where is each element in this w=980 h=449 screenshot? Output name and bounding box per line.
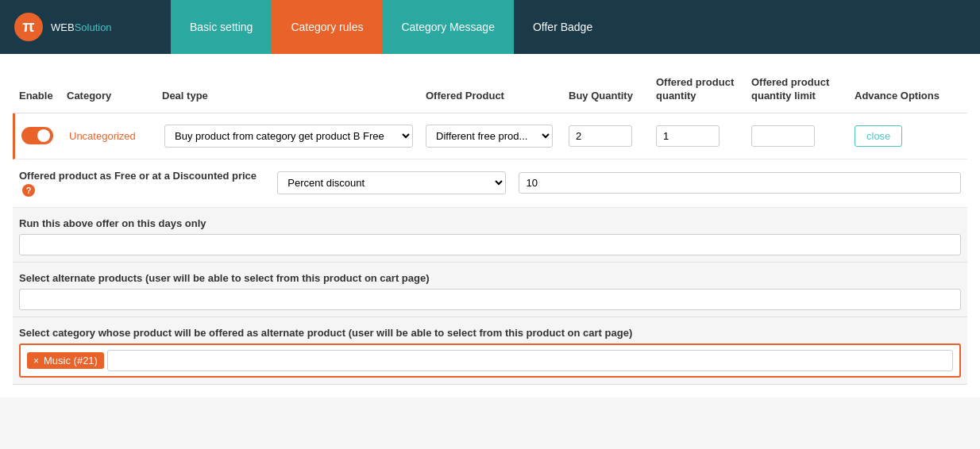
days-label: Run this above offer on this days only xyxy=(19,217,961,229)
tag-label: Music (#21) xyxy=(44,355,98,366)
td-deal-type: Buy product from category get product B … xyxy=(158,121,419,151)
deal-type-select[interactable]: Buy product from category get product B … xyxy=(164,125,413,148)
th-enable: Enable xyxy=(13,86,60,106)
nav-category-message[interactable]: Category Message xyxy=(382,0,514,54)
td-offered-qty xyxy=(650,122,745,150)
logo: π WEBSolution xyxy=(0,0,171,54)
main-content: Enable Category Deal type Offered Produc… xyxy=(0,54,980,397)
close-button[interactable]: close xyxy=(855,125,902,147)
nav-offer-badge[interactable]: Offer Badge xyxy=(514,0,612,54)
td-enable xyxy=(15,124,63,148)
th-offered-product: Offered Product xyxy=(419,86,562,106)
tag-input-wrapper[interactable]: × Music (#21) xyxy=(19,343,961,378)
offered-qty-input[interactable] xyxy=(656,125,720,147)
offered-qty-limit-input[interactable] xyxy=(751,125,815,147)
days-input[interactable] xyxy=(19,234,961,255)
th-offered-qty: Offered product quantity xyxy=(650,73,745,106)
enable-toggle[interactable] xyxy=(21,127,53,144)
tag-close-icon[interactable]: × xyxy=(33,355,39,366)
th-deal-type: Deal type xyxy=(156,86,419,106)
nav-basic-setting[interactable]: Basic setting xyxy=(171,0,272,54)
th-buy-quantity: Buy Quantity xyxy=(562,86,650,106)
main-nav: Basic setting Category rules Category Me… xyxy=(171,0,612,54)
discount-value-input[interactable] xyxy=(519,172,961,194)
tag-text-input[interactable] xyxy=(107,350,953,371)
svg-text:π: π xyxy=(22,17,34,35)
logo-text: WEBSolution xyxy=(51,21,112,33)
discount-type-select[interactable]: Percent discount Fixed discount Free xyxy=(277,171,506,194)
alternate-products-section: Select alternate products (user will be … xyxy=(13,263,967,317)
logo-icon: π xyxy=(13,11,44,43)
td-offered-qty-limit xyxy=(745,122,848,150)
offered-product-select[interactable]: Different free prod... xyxy=(426,125,553,148)
td-offered-product: Different free prod... xyxy=(419,121,562,151)
offered-product-row: Offered product as Free or at a Discount… xyxy=(13,159,967,208)
alternate-category-label: Select category whose product will be of… xyxy=(19,327,961,339)
table-header: Enable Category Deal type Offered Produc… xyxy=(13,67,967,113)
alternate-products-input[interactable] xyxy=(19,289,961,310)
alternate-category-section: Select category whose product will be of… xyxy=(13,317,967,385)
buy-quantity-input[interactable] xyxy=(569,125,632,147)
alternate-products-label: Select alternate products (user will be … xyxy=(19,272,961,284)
music-tag[interactable]: × Music (#21) xyxy=(27,352,104,369)
td-advance-options: close xyxy=(848,122,967,150)
td-category: Uncategorized xyxy=(63,127,158,145)
offered-label: Offered product as Free or at a Discount… xyxy=(19,169,264,198)
category-link[interactable]: Uncategorized xyxy=(69,130,136,142)
nav-category-rules[interactable]: Category rules xyxy=(272,0,382,54)
th-offered-qty-limit: Offered product quantity limit xyxy=(745,73,848,106)
days-section: Run this above offer on this days only xyxy=(13,208,967,263)
th-advance-options: Advance Options xyxy=(848,86,967,106)
header: π WEBSolution Basic setting Category rul… xyxy=(0,0,980,54)
td-buy-quantity xyxy=(562,122,650,150)
th-category: Category xyxy=(60,86,156,106)
help-icon[interactable]: ? xyxy=(22,184,35,197)
table-row: Uncategorized Buy product from category … xyxy=(13,113,967,159)
